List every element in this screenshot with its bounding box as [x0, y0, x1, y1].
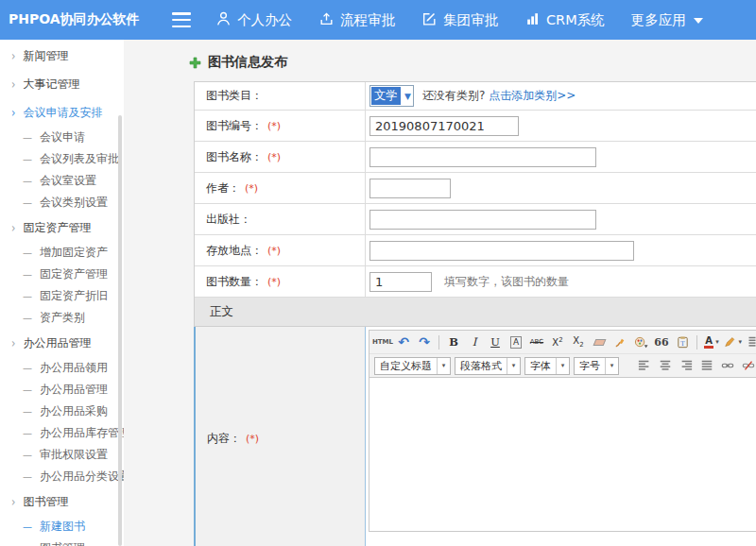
add-plus-icon — [189, 57, 201, 69]
field-label-cell: 出版社： — [195, 204, 366, 234]
dash-icon: — — [23, 313, 32, 323]
sidebar-item-审批权限设置[interactable]: —审批权限设置 — [0, 444, 124, 466]
sidebar-item-办公用品库存管理[interactable]: —办公用品库存管理 — [0, 422, 124, 444]
redo-icon[interactable]: ↷ — [415, 333, 434, 351]
topnav-item-集团审批[interactable]: 集团审批 — [421, 10, 498, 29]
sidebar-group-办公用品管理[interactable]: ›办公用品管理 — [0, 329, 124, 357]
align-left-icon[interactable] — [635, 356, 654, 375]
sidebar-item-label: 资产类别 — [40, 310, 85, 326]
eraser-icon[interactable] — [590, 333, 609, 351]
form-row-location: 存放地点：(*) — [195, 235, 756, 266]
dash-icon: — — [23, 176, 32, 186]
sidebar-group-会议申请及安排[interactable]: ›会议申请及安排 — [0, 98, 124, 127]
sidebar-item-会议列表及审批[interactable]: —会议列表及审批 — [0, 148, 124, 170]
toolbar-select-自定义标题[interactable]: 自定义标题▾ — [374, 357, 451, 375]
sidebar-item-增加固定资产[interactable]: —增加固定资产 — [0, 242, 124, 264]
sidebar-item-办公用品分类设置[interactable]: —办公用品分类设置 — [0, 466, 124, 487]
editor-content-area[interactable] — [369, 378, 756, 531]
toolbar-select-字号[interactable]: 字号▾ — [574, 357, 619, 375]
remove-link-icon[interactable] — [739, 356, 756, 375]
sidebar-group-大事记管理[interactable]: ›大事记管理 — [0, 70, 124, 98]
sidebar-item-label: 会议列表及审批 — [40, 151, 119, 167]
dash-icon: — — [23, 521, 32, 532]
field-value-cell — [366, 173, 756, 203]
select-arrow-icon: ▾ — [437, 358, 450, 374]
category-select[interactable]: 文学▼ — [369, 85, 414, 107]
sidebar-group-图书管理[interactable]: ›图书管理 — [0, 487, 124, 516]
sidebar-item-固定资产折旧[interactable]: —固定资产折旧 — [0, 285, 124, 307]
sidebar-group-label: 图书管理 — [23, 494, 68, 510]
text-color-palette-icon[interactable] — [631, 333, 650, 351]
required-mark: (*) — [245, 182, 258, 195]
align-right-icon[interactable] — [677, 356, 696, 375]
insert-link-icon[interactable] — [718, 356, 737, 375]
undo-icon[interactable]: ↶ — [394, 333, 413, 351]
select-arrow-icon: ▾ — [507, 358, 520, 374]
paste-plain-text-icon[interactable]: T — [673, 333, 692, 351]
blockquote-icon[interactable]: 66 — [652, 333, 671, 351]
form-row-category: 图书类目：文学▼还没有类别?点击添加类别>> — [195, 82, 756, 111]
sidebar-group-新闻管理[interactable]: ›新闻管理 — [0, 42, 124, 70]
sidebar-item-label: 增加固定资产 — [40, 245, 108, 261]
add-category-link[interactable]: 点击添加类别>> — [489, 88, 576, 104]
highlight-pen-icon[interactable]: ▾ — [723, 333, 742, 351]
topnav-item-CRM系统[interactable]: CRM系统 — [524, 10, 605, 29]
sidebar-item-固定资产管理[interactable]: —固定资产管理 — [0, 264, 124, 285]
field-value-cell — [366, 142, 756, 172]
subscript-icon[interactable]: X2 — [569, 333, 588, 351]
superscript-icon[interactable]: X2 — [548, 333, 567, 351]
format-painter-icon[interactable] — [610, 333, 629, 351]
sidebar-item-办公用品管理[interactable]: —办公用品管理 — [0, 379, 124, 401]
book-no-input[interactable] — [369, 116, 519, 136]
quantity-input[interactable] — [369, 272, 432, 292]
author-input[interactable] — [369, 179, 451, 198]
editor-toolbar-row1: HTML↶↷BIUAABCX2X266TA▾▾▾▾ — [369, 331, 756, 354]
bold-icon[interactable]: B — [444, 333, 463, 351]
topnav-item-个人办公[interactable]: 个人办公 — [215, 10, 292, 29]
book-name-input[interactable] — [369, 147, 596, 167]
toolbar-select-字体[interactable]: 字体▾ — [524, 357, 570, 375]
align-center-icon[interactable] — [656, 356, 675, 375]
font-color-icon[interactable]: A▾ — [702, 333, 721, 351]
sidebar-group-固定资产管理[interactable]: ›固定资产管理 — [0, 213, 124, 242]
sidebar-scrollbar[interactable] — [118, 115, 122, 546]
topnav-item-更多应用[interactable]: 更多应用 — [631, 11, 709, 29]
required-mark: (*) — [267, 151, 281, 163]
field-label-cell: 图书数量：(*) — [195, 266, 366, 297]
align-justify-icon[interactable] — [697, 356, 716, 375]
field-value-cell: 填写数字，该图书的数量 — [366, 266, 756, 297]
sidebar-item-label: 新建图书 — [40, 519, 85, 535]
sidebar-item-会议室设置[interactable]: —会议室设置 — [0, 170, 124, 192]
section-header-body: 正文 — [195, 298, 756, 327]
publisher-input[interactable] — [369, 210, 596, 230]
sidebar-item-图书管理[interactable]: —图书管理 — [0, 537, 124, 546]
sidebar-item-新建图书[interactable]: —新建图书 — [0, 516, 124, 537]
sidebar-item-label: 办公用品分类设置 — [40, 469, 124, 485]
topnav-item-流程审批[interactable]: 流程审批 — [318, 10, 395, 29]
sidebar-item-资产类别[interactable]: —资产类别 — [0, 307, 124, 329]
field-label: 作者： — [206, 180, 240, 196]
strikethrough-icon[interactable]: ABC — [527, 333, 546, 351]
required-mark: (*) — [267, 120, 281, 132]
toolbar-separator — [438, 335, 439, 350]
sidebar-item-会议类别设置[interactable]: —会议类别设置 — [0, 192, 124, 213]
sidebar-menu: ›新闻管理›大事记管理›会议申请及安排—会议申请—会议列表及审批—会议室设置—会… — [0, 40, 124, 546]
dash-icon: — — [23, 384, 32, 395]
location-input[interactable] — [369, 241, 634, 261]
sidebar-item-办公用品领用[interactable]: —办公用品领用 — [0, 357, 124, 379]
dash-icon: — — [23, 154, 32, 164]
font-style-box-icon[interactable]: A — [507, 333, 525, 351]
sidebar-group-label: 固定资产管理 — [23, 220, 91, 236]
toolbar-select-段落格式[interactable]: 段落格式▾ — [455, 357, 521, 375]
sidebar-item-办公用品采购[interactable]: —办公用品采购 — [0, 401, 124, 422]
sidebar-item-会议申请[interactable]: —会议申请 — [0, 127, 124, 148]
hamburger-icon[interactable] — [172, 12, 191, 27]
field-value-cell: 文学▼还没有类别?点击添加类别>> — [366, 82, 756, 110]
html-source-icon[interactable]: HTML — [373, 333, 392, 351]
ordered-list-icon[interactable]: ▾ — [744, 333, 756, 351]
italic-icon[interactable]: I — [465, 333, 484, 351]
select-arrow-icon: ▾ — [605, 358, 618, 374]
topnav-label: 集团审批 — [443, 11, 498, 29]
editor-cell: HTML↶↷BIUAABCX2X266TA▾▾▾▾ 自定义标题▾段落格式▾字体▾… — [366, 327, 756, 546]
underline-icon[interactable]: U — [486, 333, 505, 351]
